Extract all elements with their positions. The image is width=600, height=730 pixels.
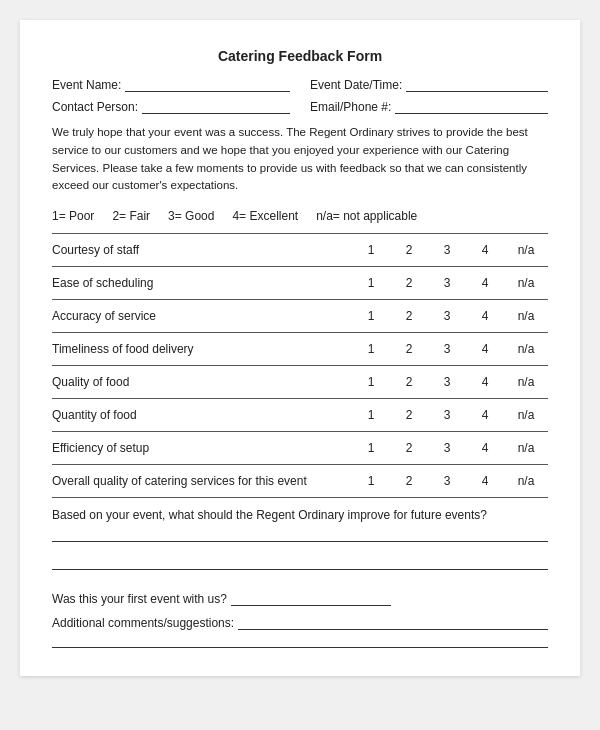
intro-text: We truly hope that your event was a succ…: [52, 124, 548, 195]
rating-row: Ease of scheduling1234n/a: [52, 271, 548, 295]
rating-value-2[interactable]: 2: [390, 276, 428, 290]
row-divider: [52, 431, 548, 432]
row-divider: [52, 398, 548, 399]
rating-value-3[interactable]: 3: [428, 441, 466, 455]
rating-row-label: Accuracy of service: [52, 309, 352, 323]
rating-row-label: Courtesy of staff: [52, 243, 352, 257]
rating-row: Timeliness of food delivery1234n/a: [52, 337, 548, 361]
email-phone-input[interactable]: [395, 100, 548, 114]
scale-label-2: 2= Fair: [112, 209, 150, 223]
rating-value-3[interactable]: 3: [428, 342, 466, 356]
rating-row: Accuracy of service1234n/a: [52, 304, 548, 328]
rating-row: Quality of food1234n/a: [52, 370, 548, 394]
bottom-divider: [52, 497, 548, 498]
rating-row: Efficiency of setup1234n/a: [52, 436, 548, 460]
rating-value-1[interactable]: 1: [352, 309, 390, 323]
rating-value-4[interactable]: 4: [466, 243, 504, 257]
contact-person-label: Contact Person:: [52, 100, 138, 114]
rating-value-4[interactable]: 4: [466, 309, 504, 323]
rating-value-na[interactable]: n/a: [504, 441, 548, 455]
row-divider: [52, 299, 548, 300]
rating-value-1[interactable]: 1: [352, 243, 390, 257]
scale-label-na: n/a= not applicable: [316, 209, 417, 223]
rating-row-label: Ease of scheduling: [52, 276, 352, 290]
additional-comments-input[interactable]: [238, 616, 548, 630]
top-divider: [52, 233, 548, 234]
scale-label-3: 3= Good: [168, 209, 214, 223]
rating-value-na[interactable]: n/a: [504, 408, 548, 422]
rating-value-2[interactable]: 2: [390, 342, 428, 356]
first-event-row: Was this your first event with us?: [52, 592, 548, 606]
scale-label-4: 4= Excellent: [232, 209, 298, 223]
improvement-question: Based on your event, what should the Reg…: [52, 508, 487, 522]
rating-row-label: Overall quality of catering services for…: [52, 474, 352, 488]
improvement-answer-line[interactable]: [52, 528, 548, 542]
second-fields-row: Contact Person: Email/Phone #:: [52, 100, 548, 114]
email-phone-group: Email/Phone #:: [310, 100, 548, 114]
row-divider: [52, 365, 548, 366]
rating-value-na[interactable]: n/a: [504, 309, 548, 323]
event-date-input[interactable]: [406, 78, 548, 92]
rating-value-2[interactable]: 2: [390, 474, 428, 488]
rating-row: Overall quality of catering services for…: [52, 469, 548, 493]
rating-value-3[interactable]: 3: [428, 276, 466, 290]
rating-value-2[interactable]: 2: [390, 375, 428, 389]
top-fields-row: Event Name: Event Date/Time:: [52, 78, 548, 92]
rating-value-1[interactable]: 1: [352, 342, 390, 356]
rating-rows-container: Courtesy of staff1234n/aEase of scheduli…: [52, 238, 548, 493]
rating-row-label: Quality of food: [52, 375, 352, 389]
rating-value-2[interactable]: 2: [390, 408, 428, 422]
rating-value-3[interactable]: 3: [428, 375, 466, 389]
rating-value-1[interactable]: 1: [352, 474, 390, 488]
rating-value-2[interactable]: 2: [390, 441, 428, 455]
row-divider: [52, 464, 548, 465]
scale-label-1: 1= Poor: [52, 209, 94, 223]
event-date-group: Event Date/Time:: [310, 78, 548, 92]
rating-value-na[interactable]: n/a: [504, 276, 548, 290]
email-phone-label: Email/Phone #:: [310, 100, 391, 114]
rating-value-3[interactable]: 3: [428, 243, 466, 257]
rating-value-1[interactable]: 1: [352, 375, 390, 389]
rating-value-1[interactable]: 1: [352, 441, 390, 455]
rating-value-na[interactable]: n/a: [504, 243, 548, 257]
row-divider: [52, 266, 548, 267]
rating-row-label: Efficiency of setup: [52, 441, 352, 455]
event-name-group: Event Name:: [52, 78, 290, 92]
feedback-form: Catering Feedback Form Event Name: Event…: [20, 20, 580, 676]
rating-row: Quantity of food1234n/a: [52, 403, 548, 427]
rating-value-1[interactable]: 1: [352, 408, 390, 422]
additional-comments-row: Additional comments/suggestions:: [52, 616, 548, 630]
rating-value-4[interactable]: 4: [466, 474, 504, 488]
rating-row: Courtesy of staff1234n/a: [52, 238, 548, 262]
improvement-answer-line2[interactable]: [52, 556, 548, 570]
event-date-label: Event Date/Time:: [310, 78, 402, 92]
contact-person-input[interactable]: [142, 100, 290, 114]
rating-value-3[interactable]: 3: [428, 474, 466, 488]
rating-value-1[interactable]: 1: [352, 276, 390, 290]
rating-row-label: Timeliness of food delivery: [52, 342, 352, 356]
form-title: Catering Feedback Form: [52, 48, 548, 64]
rating-value-4[interactable]: 4: [466, 276, 504, 290]
scale-header: 1= Poor 2= Fair 3= Good 4= Excellent n/a…: [52, 209, 548, 223]
rating-value-na[interactable]: n/a: [504, 474, 548, 488]
rating-value-4[interactable]: 4: [466, 408, 504, 422]
additional-comments-line2[interactable]: [52, 634, 548, 648]
row-divider: [52, 332, 548, 333]
rating-value-4[interactable]: 4: [466, 441, 504, 455]
rating-value-2[interactable]: 2: [390, 243, 428, 257]
rating-value-2[interactable]: 2: [390, 309, 428, 323]
rating-value-4[interactable]: 4: [466, 375, 504, 389]
contact-person-group: Contact Person:: [52, 100, 290, 114]
first-event-label: Was this your first event with us?: [52, 592, 227, 606]
first-event-input[interactable]: [231, 592, 391, 606]
rating-value-na[interactable]: n/a: [504, 375, 548, 389]
rating-value-na[interactable]: n/a: [504, 342, 548, 356]
rating-row-label: Quantity of food: [52, 408, 352, 422]
additional-comments-label: Additional comments/suggestions:: [52, 616, 234, 630]
event-name-label: Event Name:: [52, 78, 121, 92]
event-name-input[interactable]: [125, 78, 290, 92]
rating-value-3[interactable]: 3: [428, 309, 466, 323]
rating-value-4[interactable]: 4: [466, 342, 504, 356]
rating-value-3[interactable]: 3: [428, 408, 466, 422]
improvement-section: Based on your event, what should the Reg…: [52, 508, 548, 542]
